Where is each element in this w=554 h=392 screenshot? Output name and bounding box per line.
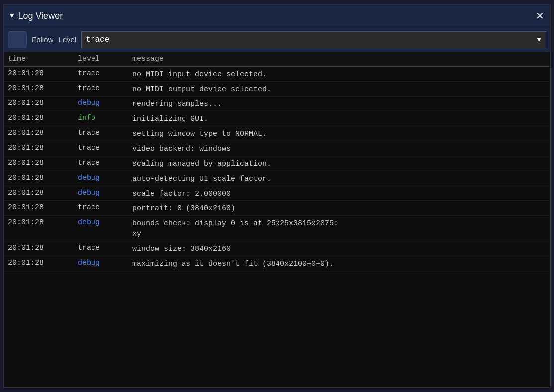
- col-header-message: message: [132, 55, 546, 63]
- table-row: 20:01:28debugrendering samples...: [4, 97, 550, 111]
- log-message: rendering samples...: [132, 98, 546, 109]
- log-time: 20:01:28: [8, 83, 78, 93]
- table-row: 20:01:28tracevideo backend: windows: [4, 141, 550, 156]
- log-message: initializing GUI.: [132, 113, 546, 124]
- table-row: 20:01:28tracewindow size: 3840x2160: [4, 241, 550, 256]
- table-row: 20:01:28tracesetting window type to NORM…: [4, 126, 550, 141]
- log-level: trace: [78, 68, 132, 78]
- log-level: info: [78, 113, 132, 122]
- table-row: 20:01:28debugbounds check: display 0 is …: [4, 216, 550, 241]
- log-message: auto-detecting UI scale factor.: [132, 173, 546, 184]
- level-select-wrapper: trace debug info warn error ▼: [81, 31, 546, 48]
- window-title: Log Viewer: [18, 11, 63, 21]
- col-header-time: time: [8, 55, 78, 63]
- log-time: 20:01:28: [8, 143, 78, 152]
- table-row: 20:01:28traceno MIDI output device selec…: [4, 82, 550, 97]
- log-time: 20:01:28: [8, 202, 78, 212]
- log-message: no MIDI input device selected.: [132, 68, 546, 80]
- level-select[interactable]: trace debug info warn error: [81, 31, 546, 48]
- log-time: 20:01:28: [8, 113, 78, 122]
- col-header-level: level: [78, 55, 132, 63]
- log-level: debug: [78, 188, 132, 197]
- log-time: 20:01:28: [8, 258, 78, 267]
- log-level: debug: [78, 98, 132, 107]
- log-message: video backend: windows: [132, 143, 546, 154]
- table-row: 20:01:28debugmaximizing as it doesn't fi…: [4, 256, 550, 271]
- log-level: debug: [78, 258, 132, 267]
- follow-label: Follow: [32, 35, 53, 44]
- log-level: trace: [78, 83, 132, 93]
- log-message: bounds check: display 0 is at 25x25x3815…: [132, 217, 546, 239]
- table-row: 20:01:28traceportrait: 0 (3840x2160): [4, 201, 550, 216]
- log-message: no MIDI output device selected.: [132, 83, 546, 95]
- log-level: trace: [78, 143, 132, 152]
- log-message: maximizing as it doesn't fit (3840x2100+…: [132, 258, 546, 269]
- log-level: trace: [78, 128, 132, 137]
- log-time: 20:01:28: [8, 243, 78, 252]
- table-row: 20:01:28debugscale factor: 2.000000: [4, 186, 550, 201]
- table-header: time level message: [4, 52, 550, 67]
- log-message: setting window type to NORMAL.: [132, 128, 546, 139]
- log-time: 20:01:28: [8, 128, 78, 137]
- titlebar-collapse-icon[interactable]: ▼: [10, 12, 14, 20]
- log-message: portrait: 0 (3840x2160): [132, 202, 546, 214]
- log-time: 20:01:28: [8, 158, 78, 167]
- titlebar: ▼ Log Viewer ✕: [4, 5, 550, 27]
- titlebar-left: ▼ Log Viewer: [10, 11, 63, 21]
- log-message: scale factor: 2.000000: [132, 188, 546, 199]
- table-row: 20:01:28traceno MIDI input device select…: [4, 67, 550, 82]
- follow-button[interactable]: [8, 31, 27, 48]
- table-row: 20:01:28infoinitializing GUI.: [4, 111, 550, 126]
- log-time: 20:01:28: [8, 173, 78, 182]
- log-body[interactable]: 20:01:28traceno MIDI input device select…: [4, 67, 550, 387]
- level-label: Level: [58, 35, 76, 44]
- log-message: window size: 3840x2160: [132, 243, 546, 254]
- close-button[interactable]: ✕: [536, 11, 544, 21]
- log-time: 20:01:28: [8, 217, 78, 227]
- log-time: 20:01:28: [8, 98, 78, 107]
- log-viewer-window: ▼ Log Viewer ✕ Follow Level trace debug …: [3, 4, 551, 388]
- log-time: 20:01:28: [8, 68, 78, 78]
- table-row: 20:01:28tracescaling managed by applicat…: [4, 156, 550, 171]
- table-row: 20:01:28debugauto-detecting UI scale fac…: [4, 171, 550, 186]
- log-level: trace: [78, 243, 132, 252]
- log-time: 20:01:28: [8, 188, 78, 197]
- log-level: debug: [78, 173, 132, 182]
- log-message: scaling managed by application.: [132, 158, 546, 169]
- log-level: debug: [78, 217, 132, 227]
- log-level: trace: [78, 202, 132, 212]
- log-level: trace: [78, 158, 132, 167]
- toolbar: Follow Level trace debug info warn error…: [4, 27, 550, 52]
